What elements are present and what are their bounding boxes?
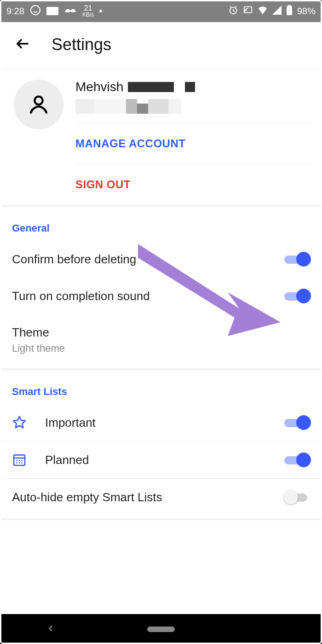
avatar[interactable] — [14, 80, 63, 129]
account-email-blurred — [75, 99, 312, 114]
autohide-label: Auto-hide empty Smart Lists — [12, 490, 284, 505]
status-bar: 9:28 21 KB/s — [0, 0, 322, 22]
mustache-icon — [64, 6, 77, 17]
redacted-block — [128, 82, 174, 92]
cast-icon — [243, 5, 253, 17]
svg-point-11 — [16, 462, 17, 464]
completion-sound-row[interactable]: Turn on completion sound — [0, 278, 322, 314]
confirm-delete-toggle[interactable] — [284, 252, 310, 267]
important-label: Important — [45, 416, 284, 430]
svg-point-13 — [21, 462, 23, 464]
planned-toggle[interactable] — [284, 453, 310, 467]
battery-icon — [286, 5, 293, 17]
smartlists-section: Smart Lists Important Planned Auto-hide … — [0, 370, 322, 520]
nav-home-pill[interactable] — [147, 627, 175, 632]
svg-point-0 — [31, 6, 40, 15]
account-name-row: Mehvish — [75, 80, 312, 94]
svg-rect-3 — [287, 6, 292, 15]
svg-point-5 — [34, 97, 42, 104]
status-dot — [99, 10, 102, 12]
page-title: Settings — [52, 35, 111, 54]
autohide-row[interactable]: Auto-hide empty Smart Lists — [0, 479, 322, 516]
app-icon — [46, 7, 58, 15]
whatsapp-icon — [30, 5, 41, 18]
alarm-icon — [228, 5, 238, 17]
svg-point-12 — [19, 462, 20, 464]
section-header-smartlists: Smart Lists — [0, 370, 322, 404]
system-nav-bar — [0, 614, 322, 644]
confirm-delete-label: Confirm before deleting — [12, 252, 284, 267]
status-time: 9:28 — [6, 6, 24, 17]
manage-account-button[interactable]: MANAGE ACCOUNT — [75, 123, 312, 164]
app-bar: Settings — [0, 22, 322, 69]
account-section: Mehvish MANAGE ACCOUNT SIGN OUT — [0, 69, 322, 207]
theme-row[interactable]: Theme Light theme — [0, 314, 322, 366]
cell-signal-icon — [272, 6, 282, 17]
important-toggle[interactable] — [284, 415, 310, 430]
nav-back-button[interactable] — [46, 623, 56, 635]
person-icon — [27, 93, 51, 116]
important-row[interactable]: Important — [0, 404, 322, 441]
theme-value: Light theme — [12, 342, 65, 354]
account-name: Mehvish — [75, 80, 123, 94]
svg-point-8 — [16, 460, 17, 461]
general-section: General Confirm before deleting Turn on … — [0, 207, 322, 370]
section-header-general: General — [0, 207, 322, 241]
battery-percent: 98% — [297, 6, 316, 17]
wifi-icon — [258, 6, 268, 17]
autohide-toggle[interactable] — [284, 490, 310, 505]
completion-sound-toggle[interactable] — [284, 289, 310, 303]
svg-point-9 — [19, 460, 20, 461]
svg-rect-4 — [288, 5, 291, 6]
planned-row[interactable]: Planned — [0, 441, 322, 479]
completion-sound-label: Turn on completion sound — [12, 289, 284, 303]
sign-out-button[interactable]: SIGN OUT — [75, 164, 312, 205]
star-icon — [12, 415, 45, 430]
back-button[interactable] — [15, 36, 30, 53]
svg-point-10 — [21, 460, 23, 461]
confirm-delete-row[interactable]: Confirm before deleting — [0, 241, 322, 278]
theme-label: Theme — [12, 325, 49, 340]
redacted-block — [185, 82, 195, 92]
planned-label: Planned — [45, 453, 284, 467]
status-netspeed: 21 KB/s — [82, 5, 94, 17]
calendar-icon — [12, 453, 45, 467]
